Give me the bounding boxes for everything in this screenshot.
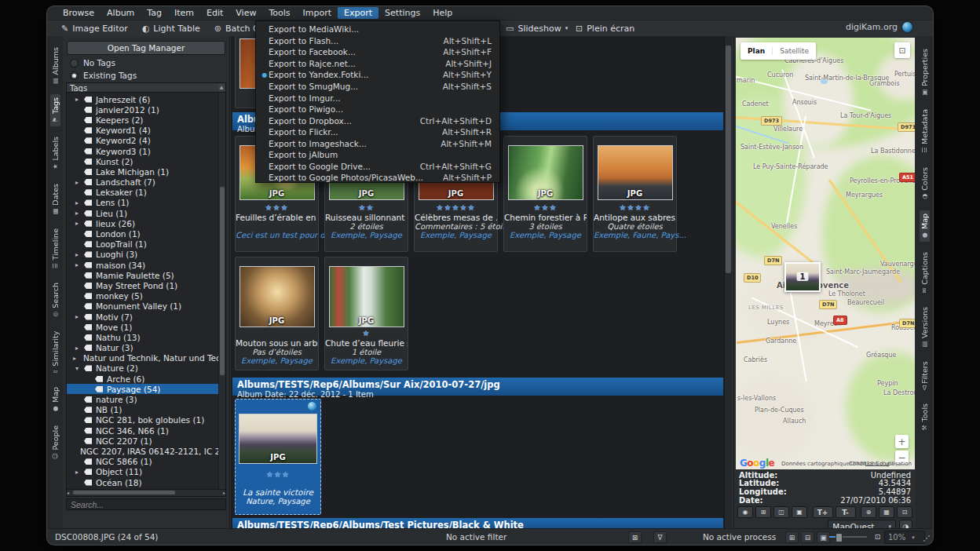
rating-stars[interactable]: ★★ <box>325 203 408 213</box>
twisty-icon[interactable]: ▸ <box>73 261 81 268</box>
tree-vscrollbar[interactable] <box>218 93 225 490</box>
tag-tree-item[interactable]: Nathu (13) <box>67 332 219 342</box>
fit-to-window-icon[interactable]: ⊡ <box>872 531 883 542</box>
terms-link[interactable]: Conditions d'utilisation <box>849 461 912 467</box>
tag-tree-item[interactable]: ▾Nature (2) <box>67 363 219 374</box>
tag-tree-item[interactable]: NGC 2207, IRAS 06142-2121, IC 2163 <box>67 446 219 456</box>
tag-tree-item[interactable]: Monument Valley (1) <box>67 301 219 312</box>
rating-stars[interactable]: ★★★ <box>236 203 318 213</box>
tag-tree-item[interactable]: monkey (5) <box>67 291 219 301</box>
right-tab[interactable]: ✉Captions <box>920 249 930 297</box>
album-banner[interactable]: Albums/TESTS/Rep6/Albums/Test Pictures/B… <box>232 518 723 529</box>
tag-tree-item[interactable]: ▸Lieu (1) <box>67 208 219 218</box>
menubar-item[interactable]: Browse <box>57 7 101 19</box>
export-menu-item[interactable]: Export to Imgur... <box>256 92 499 104</box>
left-tab[interactable]: ▤Albums <box>50 44 60 87</box>
tag-search-input[interactable] <box>66 498 226 510</box>
twisty-icon[interactable]: ▾ <box>73 365 81 372</box>
tag-tree-item[interactable]: Keyword3 (1) <box>67 146 219 156</box>
right-tab[interactable]: ◑Colors <box>920 164 930 203</box>
tag-tree-item[interactable]: Keyword2 (4) <box>67 136 219 146</box>
tag-tree-item[interactable]: ▸Object (11) <box>67 467 219 477</box>
tag-tree-item[interactable]: ▸Luoghi (3) <box>67 250 219 260</box>
tag-tree-item[interactable]: Leksaker (1) <box>67 188 219 198</box>
export-menu-item[interactable]: Export to Imageshack... Alt+Shift+M <box>256 137 499 149</box>
twisty-icon[interactable]: ▸ <box>73 220 81 227</box>
twisty-icon[interactable]: ▸ <box>73 313 81 320</box>
tag-tree-item[interactable]: ▸Lens (1) <box>67 198 219 208</box>
map-tool-button[interactable]: ◫ <box>773 506 789 518</box>
map-satellite-button[interactable]: Satellite <box>773 47 816 55</box>
twisty-icon[interactable]: ▸ <box>73 251 81 258</box>
tag-tree-item[interactable]: Arche (6) <box>67 374 219 384</box>
export-menu-item[interactable]: Export to Dropbox... Ctrl+Alt+Shift+D <box>256 115 499 126</box>
map-plan-button[interactable]: Plan <box>740 47 773 55</box>
export-menu-item[interactable]: Export to jAlbum <box>256 149 499 161</box>
image-editor-button[interactable]: ✎Image Editor <box>61 24 128 34</box>
twisty-icon[interactable]: ▸ <box>73 469 81 476</box>
thumbnail-tile[interactable]: JPG ★ Chute d’eau fleurie s... 1 étoile … <box>324 257 408 370</box>
twisty-icon[interactable]: ▸ <box>73 355 76 362</box>
rating-stars[interactable] <box>236 329 318 338</box>
map-zoom-in-button[interactable]: + <box>895 435 909 448</box>
tag-tree-item[interactable]: ▸Landschaft (7) <box>67 177 219 188</box>
left-tab[interactable]: ▦Dates <box>50 181 60 218</box>
menubar-item[interactable]: View <box>229 7 262 19</box>
map-tool-button[interactable]: ◉ <box>737 506 753 518</box>
thumbnail-tile-selected[interactable]: JPG ★★★ La sainte victoire Nature, Paysa… <box>235 399 321 515</box>
export-menu-item[interactable]: Export to Flash... Alt+Shift+L <box>256 35 499 47</box>
map-photo-marker[interactable]: 1 <box>784 262 821 292</box>
tag-tree-item[interactable]: ▸Jahreszeit (6) <box>67 94 219 104</box>
tag-tree-item[interactable]: Mamie Paulette (5) <box>67 270 219 280</box>
rating-stars[interactable]: ★★★ <box>236 470 320 480</box>
left-tab[interactable]: ☰Timeline <box>50 225 60 272</box>
left-tab[interactable]: ★Labels <box>50 133 60 173</box>
tag-tree-item[interactable]: Océan (18) <box>67 477 219 487</box>
right-tab[interactable]: ●Map <box>920 210 930 242</box>
thumb-size-decrease-button[interactable]: T- <box>836 506 856 518</box>
tag-tree-item[interactable]: ▸Natur und Technik, Natur und Technik <box>67 353 219 363</box>
tag-tree-item[interactable]: Keyword1 (4) <box>67 126 219 136</box>
right-tab[interactable]: ☲Metadata <box>920 106 930 157</box>
export-menu-item[interactable]: Export to Piwigo... <box>256 104 499 115</box>
rating-stars[interactable]: ★★★★★ <box>415 203 497 213</box>
tag-tree-item[interactable]: LoopTrail (1) <box>67 239 219 250</box>
right-tab[interactable]: ▣Properties <box>920 46 930 99</box>
left-tab[interactable]: ●Map <box>50 384 60 415</box>
twisty-icon[interactable]: ▸ <box>73 199 81 206</box>
tag-tree-item[interactable]: ▸maison (34) <box>67 260 219 270</box>
rating-stars[interactable]: ★★★★ <box>594 203 676 213</box>
export-menu-item[interactable]: Export to SmugMug... Alt+Shift+S <box>256 81 499 93</box>
left-tab[interactable]: ≈Similarity <box>50 328 60 378</box>
zoom-mode-button[interactable]: ⊟ <box>801 531 814 543</box>
zoom-slider[interactable] <box>829 536 867 538</box>
menubar-item[interactable]: Item <box>168 7 200 19</box>
tag-tree-item[interactable]: Kunst (2) <box>67 156 219 166</box>
export-menu-item[interactable]: Export to Rajce.net... Alt+Shift+J <box>256 58 499 70</box>
tag-tree-item[interactable]: Paysage (54) <box>67 384 219 394</box>
twisty-icon[interactable]: ▸ <box>73 210 81 217</box>
zoom-mode-button[interactable]: ▣ <box>817 531 830 543</box>
thumbnail-tile[interactable]: JPG ★★★★ Antilope aux sabres i... Quatre… <box>593 136 677 252</box>
tag-tree-item[interactable]: Lake Michigan (1) <box>67 166 219 177</box>
tag-tree-item[interactable]: janvier2012 (1) <box>67 104 219 115</box>
album-banner[interactable]: Albums/TESTS/Rep6/Albums/Sur Aix/2010-07… <box>232 378 723 396</box>
tag-tree-item[interactable]: NGC 281, bok globules (1) <box>67 415 219 425</box>
tag-tree-item[interactable]: Keepers (2) <box>67 115 219 125</box>
slideshow-button[interactable]: ▭Slideshow▾ <box>506 24 568 34</box>
left-tab[interactable]: ☺People <box>50 422 60 463</box>
map-tool-button[interactable]: ⊞ <box>755 506 771 518</box>
menubar-item[interactable]: Album <box>101 7 141 19</box>
zoom-mode-button[interactable]: ⊞ <box>785 531 799 543</box>
menubar-item[interactable]: Export <box>338 7 378 19</box>
export-menu-item[interactable]: Export to Google Drive... Ctrl+Alt+Shift… <box>256 161 499 173</box>
right-tab[interactable]: ⚒Tools <box>920 400 930 434</box>
map-tool-button[interactable]: ⊡ <box>897 506 912 518</box>
tag-tree-item[interactable]: NGC 2207 (1) <box>67 436 219 446</box>
twisty-icon[interactable]: ▸ <box>73 96 81 103</box>
tree-hscrollbar[interactable]: ◂▸ <box>66 489 226 497</box>
export-menu-item[interactable]: Export to Google Photos/PicasaWeb... Alt… <box>256 172 499 184</box>
tag-tree-item[interactable]: ▸lieux (26) <box>67 218 219 228</box>
menubar-item[interactable]: Help <box>426 7 459 19</box>
menubar-item[interactable]: Import <box>297 7 338 19</box>
